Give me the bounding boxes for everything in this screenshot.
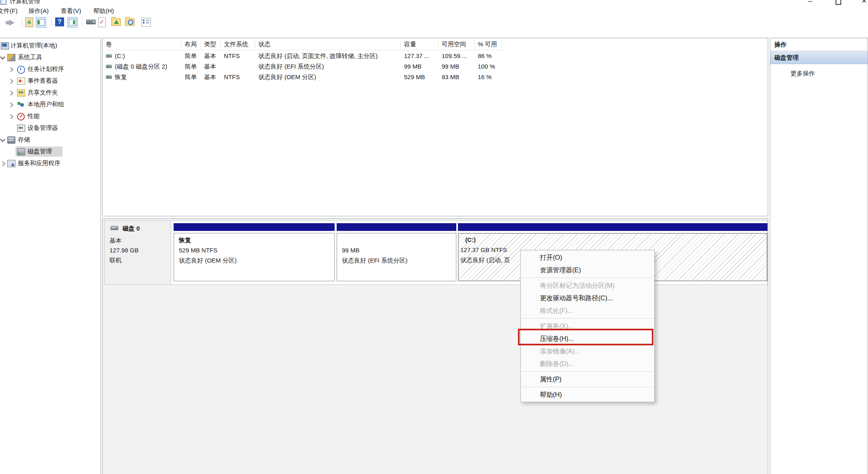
context-menu: 打开(O) 资源管理器(E) 将分区标记为活动分区(M) 更改驱动器号和路径(C… (520, 250, 655, 402)
partition-recovery[interactable]: 恢复 529 MB NTFS 状态良好 (OEM 分区) (174, 223, 335, 281)
forward-icon[interactable] (9, 17, 19, 28)
sidebar-item-label: 共享文件夹 (28, 89, 58, 97)
export-list-icon[interactable] (25, 17, 36, 28)
task-scheduler-icon (17, 66, 25, 74)
folder-up-icon[interactable] (111, 17, 122, 28)
disk-0-info-box[interactable]: 磁盘 0 基本 127.98 GB 联机 (105, 221, 171, 284)
close-button[interactable]: × (862, 0, 867, 5)
cell-type: 基本 (204, 63, 216, 71)
menu-separator (522, 318, 653, 319)
cell-layout: 简单 (185, 73, 197, 81)
folder-search-icon[interactable] (125, 17, 135, 28)
show-action-pane-icon[interactable] (67, 17, 78, 28)
column-header-pct-free[interactable]: % 可用 (475, 38, 502, 50)
menu-item-change-drive-letter[interactable]: 更改驱动器号和路径(C)... (521, 292, 654, 304)
table-row[interactable]: 恢复 简单 基本 NTFS 状态良好 (OEM 分区) 529 MB 83 MB… (103, 72, 752, 82)
sidebar-item-task-scheduler[interactable]: 任务计划程序 (0, 63, 101, 75)
sidebar-item-local-users-groups[interactable]: 本地用户和组 (0, 99, 101, 110)
volume-icon (106, 54, 112, 58)
toolbar: ? (0, 16, 868, 29)
partition-body: 恢复 529 MB NTFS 状态良好 (OEM 分区) (174, 233, 335, 281)
sidebar-item-storage[interactable]: 存储 (0, 134, 101, 146)
sidebar-item-system-tools[interactable]: 系统工具 (0, 52, 101, 63)
help-icon[interactable]: ? (55, 17, 66, 28)
chevron-right-icon[interactable] (8, 79, 13, 84)
menu-help[interactable]: 帮助(H) (93, 7, 114, 15)
check-document-icon[interactable] (98, 17, 109, 28)
partition-status: 状态良好 (OEM 分区) (179, 257, 237, 265)
properties-icon[interactable] (141, 17, 152, 28)
table-row[interactable]: (C:) 简单 基本 NTFS 状态良好 (启动, 页面文件, 故障转储, 主分… (103, 51, 752, 61)
cell-layout: 简单 (185, 63, 197, 71)
sidebar-item-device-manager[interactable]: 设备管理器 (0, 122, 101, 134)
shared-folders-icon (17, 89, 25, 97)
actions-pane-title: 操作 (770, 38, 868, 51)
cell-fs: NTFS (224, 52, 240, 59)
sidebar-item-label: 存储 (18, 136, 30, 144)
window-icon (0, 0, 6, 5)
menu-action[interactable]: 操作(A) (28, 7, 49, 15)
show-console-tree-icon[interactable] (36, 17, 46, 28)
minimize-button[interactable]: – (808, 0, 812, 5)
menu-item-format[interactable]: 格式化(F)... (521, 304, 654, 317)
menu-file[interactable]: 文件(F) (0, 7, 17, 15)
partition-color-bar (337, 223, 456, 231)
chevron-right-icon[interactable] (0, 161, 5, 166)
partition-body: 99 MB 状态良好 (EFI 系统分区) (337, 233, 456, 281)
menu-separator (522, 278, 653, 278)
column-header-type[interactable]: 类型 (201, 38, 221, 50)
sidebar-item-label: 设备管理器 (28, 124, 58, 132)
cell-fs: NTFS (224, 73, 240, 80)
disk-0-row: 磁盘 0 基本 127.98 GB 联机 恢复 529 MB NTFS 状态良好… (104, 220, 768, 285)
column-header-capacity[interactable]: 容量 (401, 38, 438, 50)
chevron-right-icon[interactable] (8, 114, 13, 119)
more-actions-button[interactable]: 更多操作 (770, 70, 868, 78)
sidebar-item-computer-management[interactable]: 计算机管理(本地) (0, 40, 101, 52)
menu-item-properties[interactable]: 属性(P) (521, 373, 654, 386)
menu-view[interactable]: 查看(V) (61, 7, 81, 15)
column-header-volume[interactable]: 卷 (103, 38, 181, 50)
chevron-right-icon[interactable] (8, 90, 13, 96)
cell-free: 83 MB (442, 73, 459, 80)
menu-item-explorer[interactable]: 资源管理器(E) (521, 264, 654, 276)
menu-item-help[interactable]: 帮助(H) (521, 388, 654, 401)
volume-list-pane: 卷 布局 类型 文件系统 状态 容量 可用空间 % 可用 (C:) 简单 基本 … (102, 38, 768, 216)
disk-name: 磁盘 0 (122, 225, 140, 233)
device-icon[interactable] (86, 17, 97, 28)
partition-color-bar (174, 223, 335, 231)
partition-size: 127.37 GB NTFS (460, 246, 507, 253)
sidebar-item-performance[interactable]: 性能 (0, 110, 101, 122)
sidebar-item-shared-folders[interactable]: 共享文件夹 (0, 87, 101, 99)
device-manager-icon (17, 125, 25, 132)
toolbar-separator (51, 18, 52, 26)
menu-item-open[interactable]: 打开(O) (521, 251, 654, 264)
column-header-fs[interactable]: 文件系统 (221, 38, 255, 50)
system-tools-icon (7, 54, 15, 61)
sidebar-item-services-applications[interactable]: 服务和应用程序 (0, 157, 101, 169)
column-header-layout[interactable]: 布局 (181, 38, 201, 50)
menu-item-add-mirror[interactable]: 添加镜像(A)... (521, 345, 654, 358)
chevron-down-icon[interactable] (0, 137, 5, 142)
menu-item-mark-active[interactable]: 将分区标记为活动分区(M) (521, 279, 654, 292)
computer-management-window: 计算机管理 – × 文件(F) 操作(A) 查看(V) 帮助(H) ? 计算机管… (0, 0, 868, 474)
actions-section-disk-management[interactable]: 磁盘管理 (770, 51, 868, 64)
restore-button[interactable] (836, 0, 841, 5)
sidebar-item-event-viewer[interactable]: 事件查看器 (0, 75, 101, 87)
chevron-right-icon[interactable] (8, 102, 13, 108)
cell-free: 109.59 ... (442, 52, 467, 59)
sidebar-item-label: 磁盘管理 (28, 148, 52, 155)
services-icon (7, 160, 15, 167)
column-header-free[interactable]: 可用空间 (438, 38, 475, 50)
column-header-status[interactable]: 状态 (255, 38, 401, 50)
menu-item-delete-volume[interactable]: 删除卷(D)... (521, 358, 654, 370)
partition-efi[interactable]: 99 MB 状态良好 (EFI 系统分区) (337, 223, 456, 281)
cell-free: 99 MB (442, 63, 459, 70)
sidebar-item-disk-management[interactable]: 磁盘管理 (0, 146, 101, 157)
partition-label: 恢复 (179, 237, 191, 244)
partition-status: 状态良好 (EFI 系统分区) (342, 257, 408, 265)
partition-label: (C:) (465, 236, 476, 243)
chevron-right-icon[interactable] (8, 67, 13, 72)
table-row[interactable]: (磁盘 0 磁盘分区 2) 简单 基本 状态良好 (EFI 系统分区) 99 M… (103, 61, 752, 72)
chevron-down-icon[interactable] (0, 54, 5, 60)
disk-type: 基本 (110, 237, 122, 245)
